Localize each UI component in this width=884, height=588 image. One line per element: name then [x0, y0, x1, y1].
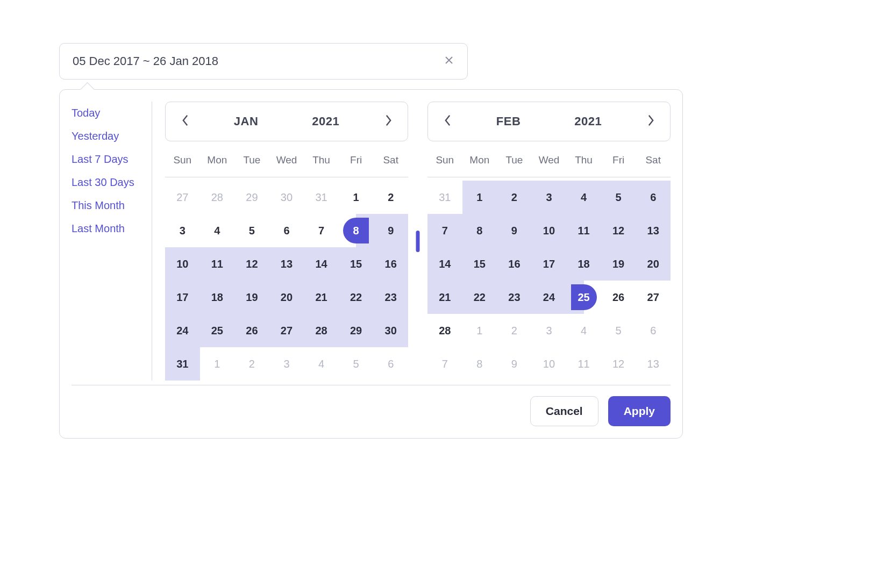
day-cell[interactable]: 5 [601, 314, 636, 347]
day-cell[interactable]: 7 [304, 214, 339, 247]
day-cell[interactable]: 2 [234, 347, 269, 381]
apply-button[interactable]: Apply [608, 396, 671, 426]
day-cell[interactable]: 19 [601, 247, 636, 281]
day-cell[interactable]: 12 [234, 247, 269, 281]
day-cell[interactable]: 1 [462, 314, 497, 347]
day-cell[interactable]: 15 [462, 247, 497, 281]
day-cell[interactable]: 12 [601, 347, 636, 381]
day-cell[interactable]: 2 [497, 314, 532, 347]
prev-month-button[interactable] [177, 114, 193, 129]
day-cell[interactable]: 30 [373, 314, 408, 347]
day-cell[interactable]: 4 [566, 181, 601, 214]
preset-yesterday[interactable]: Yesterday [72, 125, 144, 148]
day-cell[interactable]: 30 [269, 181, 304, 214]
cancel-button[interactable]: Cancel [530, 396, 598, 426]
day-cell[interactable]: 28 [427, 314, 462, 347]
day-cell[interactable]: 23 [497, 281, 532, 314]
day-cell[interactable]: 1 [462, 181, 497, 214]
date-range-input-wrap[interactable] [59, 43, 468, 80]
day-cell[interactable]: 9 [497, 214, 532, 247]
day-cell[interactable]: 20 [636, 247, 671, 281]
day-cell[interactable]: 21 [427, 281, 462, 314]
day-cell[interactable]: 11 [200, 247, 235, 281]
next-month-button[interactable] [643, 114, 658, 129]
day-cell[interactable]: 12 [601, 214, 636, 247]
day-cell[interactable]: 19 [234, 281, 269, 314]
day-cell[interactable]: 5 [339, 347, 374, 381]
day-cell[interactable]: 27 [636, 281, 671, 314]
day-cell[interactable]: 28 [200, 181, 235, 214]
year-label[interactable]: 2021 [574, 114, 602, 128]
day-cell[interactable]: 26 [234, 314, 269, 347]
day-cell[interactable]: 5 [234, 214, 269, 247]
preset-this-month[interactable]: This Month [72, 194, 144, 217]
day-cell[interactable]: 24 [532, 281, 567, 314]
preset-last-month[interactable]: Last Month [72, 217, 144, 240]
day-cell[interactable]: 4 [200, 214, 235, 247]
day-cell[interactable]: 11 [566, 347, 601, 381]
day-cell[interactable]: 28 [304, 314, 339, 347]
day-cell[interactable]: 1 [200, 347, 235, 381]
day-cell[interactable]: 10 [532, 214, 567, 247]
month-label[interactable]: FEB [496, 114, 521, 128]
day-cell[interactable]: 9 [497, 347, 532, 381]
day-cell[interactable]: 3 [532, 181, 567, 214]
preset-last-30-days[interactable]: Last 30 Days [72, 171, 144, 194]
day-cell[interactable]: 13 [269, 247, 304, 281]
day-cell[interactable]: 5 [601, 181, 636, 214]
day-cell[interactable]: 29 [234, 181, 269, 214]
day-cell[interactable]: 7 [427, 214, 462, 247]
day-cell[interactable]: 8 [339, 214, 374, 247]
preset-today[interactable]: Today [72, 102, 144, 125]
day-cell[interactable]: 29 [339, 314, 374, 347]
day-cell[interactable]: 10 [532, 347, 567, 381]
month-label[interactable]: JAN [234, 114, 259, 128]
day-cell[interactable]: 7 [427, 347, 462, 381]
day-cell[interactable]: 22 [339, 281, 374, 314]
prev-month-button[interactable] [440, 114, 455, 129]
day-cell[interactable]: 4 [304, 347, 339, 381]
day-cell[interactable]: 20 [269, 281, 304, 314]
day-cell[interactable]: 18 [200, 281, 235, 314]
clear-button[interactable] [443, 55, 455, 68]
day-cell[interactable]: 25 [200, 314, 235, 347]
day-cell[interactable]: 16 [373, 247, 408, 281]
day-cell[interactable]: 4 [566, 314, 601, 347]
day-cell[interactable]: 31 [427, 181, 462, 214]
day-cell[interactable]: 2 [373, 181, 408, 214]
day-cell[interactable]: 8 [462, 214, 497, 247]
day-cell[interactable]: 11 [566, 214, 601, 247]
day-cell[interactable]: 8 [462, 347, 497, 381]
day-cell[interactable]: 31 [304, 181, 339, 214]
day-cell[interactable]: 23 [373, 281, 408, 314]
day-cell[interactable]: 25 [566, 281, 601, 314]
day-cell[interactable]: 6 [636, 314, 671, 347]
day-cell[interactable]: 14 [427, 247, 462, 281]
day-cell[interactable]: 9 [373, 214, 408, 247]
next-month-button[interactable] [381, 114, 396, 129]
preset-last-7-days[interactable]: Last 7 Days [72, 148, 144, 171]
day-cell[interactable]: 18 [566, 247, 601, 281]
day-cell[interactable]: 31 [165, 347, 200, 381]
day-cell[interactable]: 26 [601, 281, 636, 314]
day-cell[interactable]: 13 [636, 214, 671, 247]
day-cell[interactable]: 15 [339, 247, 374, 281]
day-cell[interactable]: 27 [165, 181, 200, 214]
day-cell[interactable]: 14 [304, 247, 339, 281]
day-cell[interactable]: 6 [269, 214, 304, 247]
day-cell[interactable]: 16 [497, 247, 532, 281]
day-cell[interactable]: 6 [373, 347, 408, 381]
day-cell[interactable]: 13 [636, 347, 671, 381]
year-label[interactable]: 2021 [312, 114, 339, 128]
day-cell[interactable]: 24 [165, 314, 200, 347]
date-range-input[interactable] [72, 54, 443, 69]
day-cell[interactable]: 21 [304, 281, 339, 314]
day-cell[interactable]: 17 [532, 247, 567, 281]
day-cell[interactable]: 2 [497, 181, 532, 214]
day-cell[interactable]: 1 [339, 181, 374, 214]
day-cell[interactable]: 22 [462, 281, 497, 314]
day-cell[interactable]: 6 [636, 181, 671, 214]
day-cell[interactable]: 3 [532, 314, 567, 347]
day-cell[interactable]: 27 [269, 314, 304, 347]
day-cell[interactable]: 10 [165, 247, 200, 281]
